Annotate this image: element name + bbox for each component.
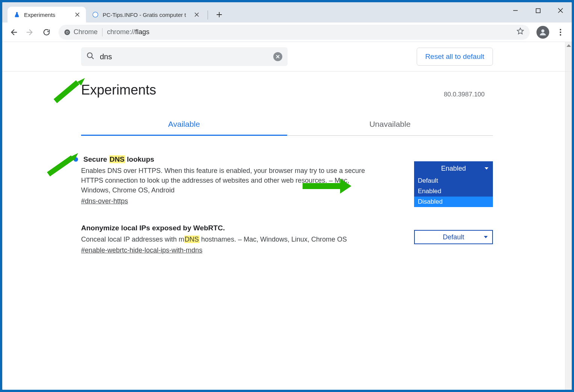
tab-pctips[interactable]: PC-Tips.INFO - Gratis computer t [86,7,205,23]
dropdown-button[interactable]: Enabled [414,161,493,176]
dropdown-option[interactable]: Default [414,176,493,186]
chrome-badge: Chrome [64,28,98,36]
flag-item: Anonymize local IPs exposed by WebRTC. C… [81,224,493,254]
page-title: Experiments [2,72,572,98]
omnibox-divider [102,28,102,36]
tab-available[interactable]: Available [81,114,287,136]
svg-point-9 [87,53,92,58]
modified-dot-icon [74,157,78,162]
url-prefix: chrome:// [107,28,135,36]
flag-desc-part: hostnames. – Mac, Windows, Linux, Chrome… [199,236,347,243]
flag-title-part: Secure [83,155,109,163]
flag-dropdown[interactable]: Default [414,230,493,244]
omnibox-badge-label: Chrome [74,28,98,36]
kebab-menu-icon[interactable] [553,25,568,40]
chrome-version: 80.0.3987.100 [444,91,485,98]
flag-item: Secure DNS lookups Enables DNS over HTTP… [81,155,493,205]
minimize-button[interactable] [504,2,527,19]
highlight: DNS [109,155,125,163]
tab-experiments[interactable]: Experiments [8,7,86,23]
dropdown-option[interactable]: Enabled [414,186,493,197]
chrome-icon [64,29,71,36]
flag-description: Enables DNS over HTTPS. When this featur… [81,166,366,195]
window-controls [504,2,572,19]
search-value: dns [100,53,268,61]
tab-unavailable[interactable]: Unavailable [287,114,493,135]
forward-button[interactable] [23,25,38,40]
dropdown-selected: Default [443,233,464,241]
flag-title: Secure DNS lookups [81,155,403,164]
svg-point-4 [66,31,68,33]
reload-button[interactable] [39,25,54,40]
chevron-down-icon [484,236,488,238]
content: dns Reset all to default Experiments 80.… [2,42,572,390]
search-icon [86,52,95,62]
flags-search[interactable]: dns [81,47,288,66]
flag-anchor-link[interactable]: #dns-over-https [81,197,128,205]
new-tab-button[interactable] [212,8,226,21]
svg-point-5 [541,29,544,32]
svg-point-7 [560,32,561,33]
window-close-button[interactable] [549,2,572,19]
maximize-button[interactable] [527,2,549,19]
back-button[interactable] [6,25,21,40]
flag-title: Anonymize local IPs exposed by WebRTC. [81,224,403,232]
flags-tabs: Available Unavailable [81,114,493,136]
toolbar: Chrome chrome://flags [2,23,572,42]
flag-title-part: lookups [125,155,154,163]
dropdown-list: Default Enabled Disabled [414,176,493,207]
chevron-down-icon [485,167,488,170]
profile-avatar[interactable] [536,26,549,39]
highlight: DNS [184,236,199,243]
tab-title: PC-Tips.INFO - Gratis computer t [102,12,186,18]
dropdown-option[interactable]: Disabled [414,197,493,207]
chrome-window: Experiments PC-Tips.INFO - Gratis comput… [2,2,572,390]
svg-point-8 [560,34,561,36]
close-icon[interactable] [193,11,200,18]
clear-search-icon[interactable] [273,52,282,61]
reset-label: Reset all to default [425,53,484,61]
reset-all-button[interactable]: Reset all to default [417,48,493,66]
svg-point-6 [560,29,561,30]
titlebar: Experiments PC-Tips.INFO - Gratis comput… [2,2,572,23]
dropdown-selected: Enabled [441,165,466,173]
flag-dropdown[interactable]: Enabled Default Enabled Disabled [414,161,493,176]
svg-rect-1 [536,9,540,13]
dropdown-button[interactable]: Default [414,230,493,244]
bookmark-star-icon[interactable] [516,27,524,37]
omnibox-url: chrome://flags [107,28,149,36]
tab-title: Experiments [24,12,55,18]
flags-top-row: dns Reset all to default [2,42,572,72]
flask-icon [14,11,20,18]
flags-list: Secure DNS lookups Enables DNS over HTTP… [2,136,572,254]
url-path: flags [135,28,149,36]
omnibox[interactable]: Chrome chrome://flags [59,25,530,40]
globe-icon [92,11,99,18]
flag-description: Conceal local IP addresses with mDNS hos… [81,234,366,244]
flag-anchor-link[interactable]: #enable-webrtc-hide-local-ips-with-mdns [81,246,202,254]
flag-desc-part: Conceal local IP addresses with m [81,236,184,243]
tab-separator [208,11,208,20]
close-icon[interactable] [74,11,81,18]
